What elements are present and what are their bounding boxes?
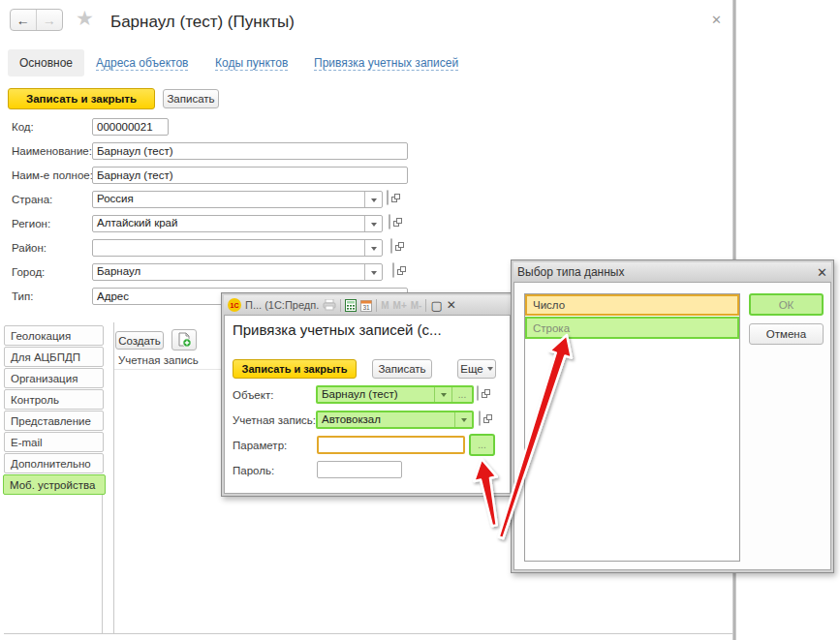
field-label-tip: Тип: <box>12 290 33 302</box>
binding-dialog-close-icon[interactable]: ✕ <box>447 299 456 311</box>
field-label-strana: Страна: <box>12 194 52 205</box>
more-dropdown-icon <box>487 367 493 374</box>
binding-dialog-heading: Привязка учетных записей (с... <box>233 321 442 338</box>
forward-button[interactable]: → <box>37 10 62 30</box>
type-select-titlebar[interactable]: Выбор типа данных ✕ <box>513 262 831 282</box>
table-column-header[interactable]: Учетная запись <box>118 354 199 366</box>
tab-kody-punktov[interactable]: Коды пунктов <box>215 56 288 71</box>
rajon-combo[interactable] <box>92 239 383 257</box>
main-close-icon[interactable]: ✕ <box>711 13 722 27</box>
sidebar-item-geolokaciya[interactable]: Геолокация <box>4 325 104 346</box>
region-open-button[interactable] <box>389 214 390 229</box>
tab-adresa-obektov[interactable]: Адреса объектов <box>96 56 188 71</box>
ok-button[interactable]: ОК <box>749 293 824 316</box>
save-close-button[interactable]: Записать и закрыть <box>8 88 155 109</box>
password-field[interactable] <box>317 461 402 478</box>
field-label-region: Регион: <box>12 218 50 229</box>
dialog-save-close-button[interactable]: Записать и закрыть <box>233 359 357 379</box>
type-list[interactable]: Число Строка <box>524 293 740 562</box>
tab-privyazka-uchetnyh-zapisej[interactable]: Привязка учетных записей <box>314 56 458 71</box>
1c-logo-icon: 1С <box>228 298 241 312</box>
naimenovanie-field[interactable] <box>92 142 408 160</box>
print-icon[interactable] <box>323 299 336 311</box>
object-label: Объект: <box>233 389 273 401</box>
memory-mminus-button[interactable]: M- <box>411 300 422 311</box>
sidebar-item-organizaciya[interactable]: Организация <box>4 368 104 388</box>
dialog-more-button[interactable]: Еще <box>457 359 496 379</box>
sidebar-item-predstavlenie[interactable]: Представление <box>4 411 104 431</box>
binding-dialog-titlebar[interactable]: 1С П... (1С:Предп. 31 M M+ M- ▢ ✕ <box>224 295 511 315</box>
naim-polnoe-field[interactable] <box>92 167 408 184</box>
account-combo[interactable]: Автовокзал <box>316 411 474 429</box>
type-select-dialog: Выбор типа данных ✕ Число Строка ОК Отме… <box>511 259 834 573</box>
sidebar-item-kontrol[interactable]: Контроль <box>4 389 104 410</box>
create-account-button[interactable] <box>171 329 197 350</box>
tab-osnovnoe[interactable]: Основное <box>8 49 84 76</box>
field-label-naimenovanie: Наименование: <box>12 145 92 157</box>
calculator-icon[interactable] <box>345 299 357 312</box>
save-button[interactable]: Записать <box>163 89 219 108</box>
object-open-button[interactable] <box>477 385 479 401</box>
type-item-stroka[interactable]: Строка <box>525 317 739 339</box>
page-title: Барнаул (тест) (Пункты) <box>110 13 295 32</box>
sidebar-item-dopolnitelno[interactable]: Дополнительно <box>4 453 104 473</box>
object-dropdown-icon[interactable] <box>434 387 451 402</box>
type-select-close-icon[interactable]: ✕ <box>817 266 827 279</box>
memory-mplus-button[interactable]: M+ <box>393 300 407 311</box>
svg-text:31: 31 <box>363 304 371 311</box>
binding-dialog: 1С П... (1С:Предп. 31 M M+ M- ▢ ✕ <box>221 292 513 497</box>
object-ellipsis-button[interactable]: ... <box>451 387 472 402</box>
parameter-ellipsis-button[interactable]: ... <box>469 434 495 456</box>
favorite-star-icon[interactable]: ★ <box>76 7 94 30</box>
document-add-icon <box>176 332 192 348</box>
gorod-dropdown-icon[interactable] <box>364 264 382 280</box>
strana-open-button[interactable] <box>387 190 389 205</box>
account-label: Учетная запись: <box>233 414 316 426</box>
memory-m-button[interactable]: M <box>381 300 389 311</box>
field-label-kod: Код: <box>12 121 34 133</box>
type-item-chislo[interactable]: Число <box>525 294 739 316</box>
create-button[interactable]: Создать <box>115 331 164 350</box>
password-label: Пароль: <box>233 465 274 476</box>
strana-combo[interactable]: Россия <box>92 191 383 208</box>
field-label-rajon: Район: <box>12 242 47 254</box>
cancel-button[interactable]: Отмена <box>749 323 824 345</box>
field-label-gorod: Город: <box>12 266 45 278</box>
gorod-open-button[interactable] <box>392 262 394 278</box>
binding-dialog-maximize-icon[interactable]: ▢ <box>430 299 442 312</box>
field-label-naim-polnoe: Наим-е полное: <box>12 169 93 181</box>
rajon-open-button[interactable] <box>390 238 392 254</box>
sidebar-item-dlya-acbpdp[interactable]: Для АЦБПДП <box>4 347 104 367</box>
sidebar-item-mob-ustrojstva[interactable]: Моб. устройства <box>3 474 106 495</box>
sidebar-right-divider <box>102 495 103 634</box>
dialog-save-button[interactable]: Записать <box>372 359 432 379</box>
nav-group: ← → <box>10 9 63 31</box>
bottom-border <box>4 633 732 634</box>
binding-dialog-body: Привязка учетных записей (с... Записать … <box>224 315 511 494</box>
sidebar-item-email[interactable]: E-mail <box>4 432 104 452</box>
binding-dialog-title: П... (1С:Предп. <box>245 299 319 311</box>
region-dropdown-icon[interactable] <box>364 216 382 231</box>
back-button[interactable]: ← <box>11 10 37 30</box>
strana-dropdown-icon[interactable] <box>364 192 382 207</box>
calendar-icon[interactable]: 31 <box>360 299 372 312</box>
account-open-button[interactable] <box>479 411 481 426</box>
object-combo[interactable]: Барнаул (тест) ... <box>316 385 474 404</box>
account-dropdown-icon[interactable] <box>454 412 472 427</box>
parameter-label: Параметр: <box>233 440 287 451</box>
gorod-combo[interactable]: Барнаул <box>92 263 383 281</box>
type-select-body: Число Строка ОК Отмена <box>513 282 831 570</box>
parameter-field[interactable] <box>317 436 465 454</box>
region-combo[interactable]: Алтайский край <box>92 215 383 232</box>
kod-field[interactable] <box>92 118 169 136</box>
rajon-dropdown-icon[interactable] <box>364 240 382 256</box>
type-select-title: Выбор типа данных <box>517 265 813 279</box>
